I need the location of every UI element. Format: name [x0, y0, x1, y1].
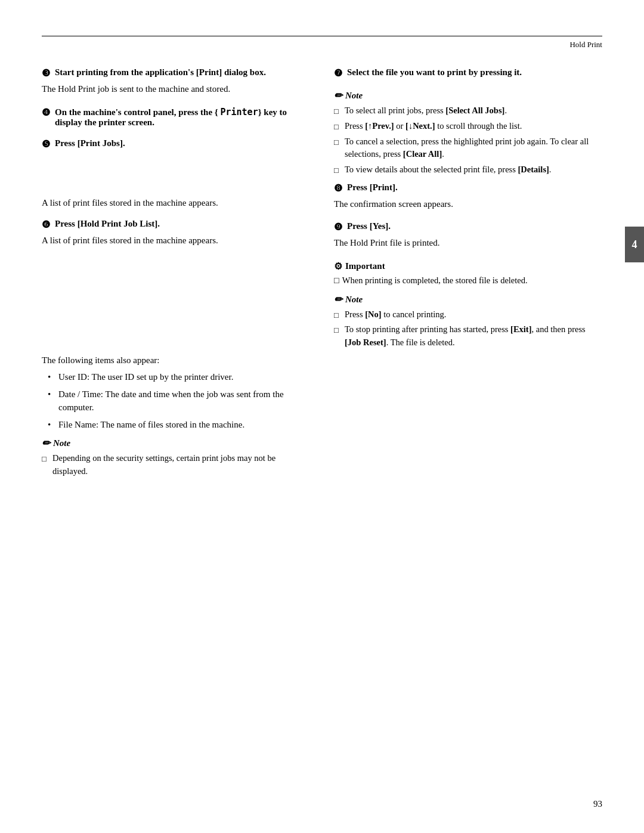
step-3-heading-text: Start printing from the application's [P… [55, 67, 266, 78]
right-note-1-item-1: □ To select all print jobs, press [Se­le… [334, 104, 602, 117]
step-3-body: The Hold Print job is sent to the machin… [42, 82, 310, 96]
right-note-2-title: ✏ Note [334, 293, 602, 306]
checkbox-icon-n2-1: □ [334, 309, 342, 321]
page: Hold Print ❸ Start printing from the app… [0, 0, 644, 833]
right-note-2-item-2-text: To stop printing after printing has star… [345, 323, 602, 349]
right-note-1: ✏ Note □ To select all print jobs, press… [334, 89, 602, 176]
step-8-heading-text: Press [Print]. [347, 182, 398, 193]
right-note-1-item-2: □ Press [↑Prev.] or [↓Next.] to scroll t… [334, 120, 602, 133]
step-6-num: ❻ [42, 219, 52, 230]
step-9: ❾ Press [Yes]. The Hold Print file is pr… [334, 221, 602, 250]
step-5-num: ❺ [42, 138, 52, 150]
checkbox-icon-n1-2: □ [334, 121, 342, 133]
bullet-item-2-text: Date / Time: The date and time when the … [58, 388, 310, 414]
note-icon-1: ✏ [334, 89, 342, 102]
important-title: ⚙ Important [334, 261, 602, 272]
step-7-heading-text: Select the file you want to print by pre… [347, 67, 522, 78]
right-note-2-item-1-text: Press [No] to cancel printing. [345, 308, 446, 321]
step-6-heading: ❻ Press [Hold Print Job List]. [42, 219, 310, 230]
step-9-heading: ❾ Press [Yes]. [334, 221, 602, 233]
two-column-layout: ❸ Start printing from the application's … [42, 67, 602, 484]
right-note-1-item-3: □ To cancel a selection, press the highl… [334, 135, 602, 162]
right-note-1-item-1-text: To select all print jobs, press [Se­lect… [345, 104, 507, 117]
step-4-heading: ❹ On the machine's control panel, press … [42, 107, 310, 128]
following-text: The following items also appear: [42, 354, 310, 367]
left-note-title-text: Note [53, 438, 70, 448]
important-item-1-text: When printing is completed, the stored f… [342, 274, 528, 287]
step-6-heading-text: Press [Hold Print Job List]. [55, 219, 160, 229]
checkbox-icon-n1-4: □ [334, 165, 342, 176]
step-8: ❽ Press [Print]. The confirmation screen… [334, 182, 602, 211]
step-8-num: ❽ [334, 182, 345, 194]
step-9-num: ❾ [334, 221, 345, 233]
step-3-body-text: The Hold Print job is sent to the machin… [42, 82, 310, 96]
step-8-body: The confirmation screen appears. [334, 197, 602, 211]
right-column: ❼ Select the file you want to print by p… [334, 67, 602, 484]
note-icon: ✏ [42, 437, 50, 450]
checkbox-icon-n1-1: □ [334, 106, 342, 117]
following-text-content: The following items also appear: [42, 354, 310, 367]
step-8-heading: ❽ Press [Print]. [334, 182, 602, 194]
bullet-list: User ID: The user ID set up by the print… [42, 370, 310, 431]
mid-text: A list of print files stored in the mach… [42, 196, 310, 210]
header-title: Hold Print [42, 40, 602, 49]
step-4-heading-text: On the machine's control panel, press th… [55, 107, 310, 128]
step-6-body-text: A list of print files stored in the mach… [42, 234, 310, 247]
right-note-2-item-2: □ To stop printing after printing has st… [334, 323, 602, 349]
left-note-title: ✏ Note [42, 437, 310, 450]
step-9-heading-text: Press [Yes]. [347, 221, 391, 231]
right-note-1-item-2-text: Press [↑Prev.] or [↓Next.] to scroll thr… [345, 120, 522, 133]
bullet-item-3-text: File Name: The name of files stored in t… [58, 418, 244, 432]
checkbox-icon-n1-3: □ [334, 137, 342, 148]
right-note-1-item-4: □ To view details about the selected pri… [334, 163, 602, 176]
step-4: ❹ On the machine's control panel, press … [42, 107, 310, 128]
step-7: ❼ Select the file you want to print by p… [334, 67, 602, 79]
left-note-item-1-text: Depending on the security settings, cert… [52, 452, 310, 478]
right-note-2: ✏ Note □ Press [No] to cancel printing. … [334, 293, 602, 349]
page-number: 93 [593, 799, 602, 809]
important-item-1: □ When printing is completed, the stored… [334, 274, 602, 287]
step-7-heading: ❼ Select the file you want to print by p… [334, 67, 602, 79]
left-column: ❸ Start printing from the application's … [42, 67, 310, 484]
right-note-1-title: ✏ Note [334, 89, 602, 102]
bullet-item-3: File Name: The name of files stored in t… [48, 418, 310, 432]
header-line [42, 36, 602, 36]
step-3: ❸ Start printing from the application's … [42, 67, 310, 96]
right-note-1-item-3-text: To cancel a selection, press the highlig… [345, 135, 602, 162]
checkbox-icon-n2-2: □ [334, 324, 342, 336]
mid-text-content: A list of print files stored in the mach… [42, 196, 310, 210]
side-tab-number: 4 [632, 239, 637, 251]
right-note-1-item-4-text: To view details about the selected print… [345, 163, 551, 176]
note-icon-2: ✏ [334, 293, 342, 306]
important-block: ⚙ Important □ When printing is completed… [334, 261, 602, 287]
left-note: ✏ Note □ Depending on the security setti… [42, 437, 310, 478]
step-9-body: The Hold Print file is printed. [334, 236, 602, 250]
step-4-num: ❹ [42, 107, 52, 118]
right-note-1-title-text: Note [345, 91, 363, 101]
side-tab: 4 [625, 227, 644, 262]
step-3-num: ❸ [42, 67, 52, 79]
step-6-body: A list of print files stored in the mach… [42, 234, 310, 247]
step-8-body-text: The confirmation screen appears. [334, 197, 602, 211]
important-title-text: Important [345, 261, 385, 271]
right-note-2-title-text: Note [345, 295, 363, 305]
bullet-item-1-text: User ID: The user ID set up by the print… [58, 370, 233, 384]
bullet-item-1: User ID: The user ID set up by the print… [48, 370, 310, 384]
checkbox-icon: □ [42, 453, 49, 465]
right-note-2-item-1: □ Press [No] to cancel printing. [334, 308, 602, 321]
bullet-item-2: Date / Time: The date and time when the … [48, 388, 310, 414]
step-9-body-text: The Hold Print file is printed. [334, 236, 602, 250]
important-icon: ⚙ [334, 261, 342, 272]
step-6: ❻ Press [Hold Print Job List]. A list of… [42, 219, 310, 247]
checkbox-icon-imp: □ [334, 274, 339, 287]
step-5: ❺ Press [Print Jobs]. [42, 138, 310, 150]
step-5-heading-text: Press [Print Jobs]. [55, 138, 125, 148]
step-3-heading: ❸ Start printing from the application's … [42, 67, 310, 79]
step-7-num: ❼ [334, 67, 345, 79]
left-note-item-1: □ Depending on the security settings, ce… [42, 452, 310, 478]
step-5-heading: ❺ Press [Print Jobs]. [42, 138, 310, 150]
